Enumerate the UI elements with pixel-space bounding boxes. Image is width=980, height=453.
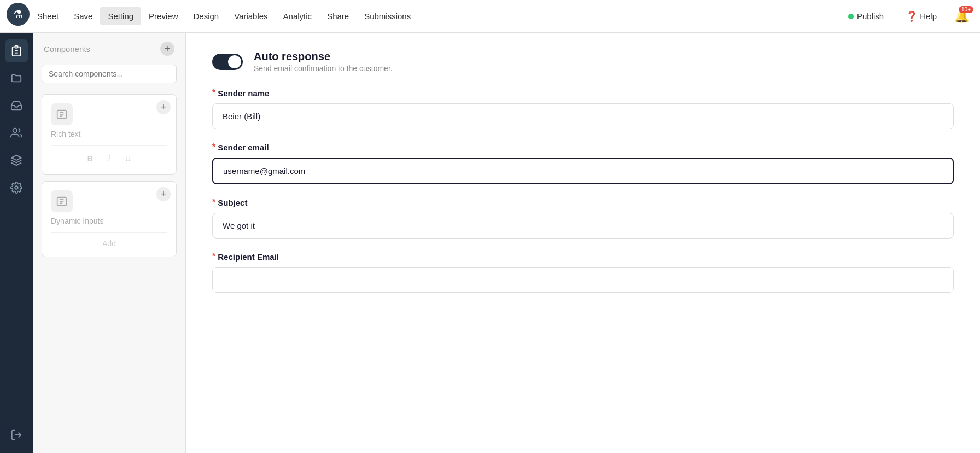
nav-items: Sheet Save Setting Preview Design Variab… <box>30 7 418 25</box>
nav-variables[interactable]: Variables <box>226 7 275 25</box>
svg-rect-0 <box>15 46 18 48</box>
help-label: Help <box>920 11 937 21</box>
sender-email-input[interactable] <box>212 158 954 184</box>
recipient-email-section: * Recipient Email <box>212 252 954 293</box>
main-layout: Components + + Rich text B i U + <box>0 33 980 453</box>
top-nav: ⚗ Sheet Save Setting Preview Design Vari… <box>0 0 980 33</box>
components-list: + Rich text B i U + Dynamic Inputs <box>33 90 185 453</box>
auto-response-description: Send email confirmation to the customer. <box>254 64 393 73</box>
components-panel-header: Components + <box>33 33 185 65</box>
subject-required-mark: * <box>212 198 215 207</box>
dynamic-inputs-card: + Dynamic Inputs Add <box>42 181 177 257</box>
italic-tool[interactable]: i <box>104 152 114 165</box>
dynamic-inputs-name: Dynamic Inputs <box>51 217 167 225</box>
dynamic-inputs-add-label[interactable]: Add <box>102 239 116 248</box>
auto-response-text: Auto response Send email confirmation to… <box>254 50 393 73</box>
publish-button[interactable]: Publish <box>839 8 892 24</box>
svg-marker-4 <box>11 155 21 160</box>
recipient-email-label-text: Recipient Email <box>218 252 279 262</box>
recipient-email-label: * Recipient Email <box>212 252 954 262</box>
sender-email-section: * Sender email <box>212 142 954 184</box>
nav-right: Publish ❓ Help 🔔 10+ <box>839 6 973 27</box>
subject-label: * Subject <box>212 198 954 207</box>
rich-text-add-button[interactable]: + <box>156 100 171 114</box>
sender-email-label: * Sender email <box>212 142 954 152</box>
auto-response-title: Auto response <box>254 50 393 63</box>
nav-share[interactable]: Share <box>319 7 357 25</box>
components-title: Components <box>44 44 90 54</box>
sender-name-input[interactable] <box>212 103 954 129</box>
sidebar-item-exit[interactable] <box>5 423 28 446</box>
sidebar-item-users[interactable] <box>5 121 28 144</box>
svg-point-5 <box>15 186 18 189</box>
sidebar-item-inbox[interactable] <box>5 94 28 117</box>
help-circle-icon: ❓ <box>906 10 918 22</box>
recipient-email-required-mark: * <box>212 252 215 262</box>
recipient-email-input[interactable] <box>212 267 954 293</box>
rich-text-name: Rich text <box>51 130 167 138</box>
bold-tool[interactable]: B <box>83 152 97 165</box>
nav-setting[interactable]: Setting <box>100 7 141 25</box>
toggle-knob <box>228 55 241 68</box>
sender-email-label-text: Sender email <box>218 143 269 152</box>
sidebar-item-clipboard[interactable] <box>5 39 28 62</box>
subject-input[interactable] <box>212 213 954 239</box>
help-button[interactable]: ❓ Help <box>899 7 943 26</box>
sender-email-required-mark: * <box>212 142 215 152</box>
notification-badge: 10+ <box>959 6 973 13</box>
nav-sheet[interactable]: Sheet <box>30 7 66 25</box>
sender-name-label: * Sender name <box>212 88 954 98</box>
publish-label: Publish <box>857 11 884 21</box>
sidebar-item-settings[interactable] <box>5 176 28 199</box>
search-input[interactable] <box>42 65 177 83</box>
nav-analytic[interactable]: Analytic <box>276 7 320 25</box>
dynamic-inputs-icon <box>51 190 73 212</box>
sidebar-item-folder[interactable] <box>5 67 28 90</box>
app-logo[interactable]: ⚗ <box>7 3 30 26</box>
nav-design[interactable]: Design <box>185 7 226 25</box>
components-panel: Components + + Rich text B i U + <box>33 33 186 453</box>
subject-label-text: Subject <box>218 198 247 207</box>
rich-text-card: + Rich text B i U <box>42 94 177 175</box>
auto-response-toggle[interactable] <box>212 54 243 70</box>
underline-tool[interactable]: U <box>121 152 135 165</box>
nav-preview[interactable]: Preview <box>141 7 185 25</box>
rich-text-icon <box>51 103 73 125</box>
nav-submissions[interactable]: Submissions <box>357 7 418 25</box>
sidebar-icons <box>0 33 33 453</box>
svg-point-3 <box>13 129 17 132</box>
publish-status-dot <box>848 14 854 19</box>
auto-response-section: Auto response Send email confirmation to… <box>212 50 954 73</box>
dynamic-inputs-add-button[interactable]: + <box>156 187 171 201</box>
sidebar-item-layers[interactable] <box>5 149 28 172</box>
sender-name-section: * Sender name <box>212 88 954 129</box>
sender-name-label-text: Sender name <box>218 89 269 98</box>
sender-name-required-mark: * <box>212 88 215 98</box>
rich-text-toolbar: B i U <box>51 145 167 165</box>
settings-panel: Auto response Send email confirmation to… <box>186 33 980 453</box>
dynamic-inputs-add-row: Add <box>51 232 167 248</box>
nav-save[interactable]: Save <box>66 7 100 25</box>
subject-section: * Subject <box>212 198 954 239</box>
notification-button[interactable]: 🔔 10+ <box>950 6 973 27</box>
components-add-button[interactable]: + <box>160 42 174 56</box>
